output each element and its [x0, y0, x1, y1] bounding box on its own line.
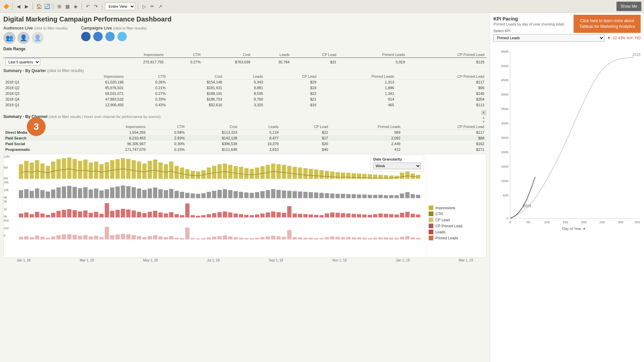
chart-svg	[18, 154, 426, 257]
campaign-dot-4[interactable]	[117, 32, 127, 41]
svg-rect-164	[72, 210, 77, 218]
channel-row[interactable]: Paid Social 96,305,967 0.30% $396,539 19…	[3, 141, 486, 147]
svg-rect-110	[185, 193, 190, 198]
svg-rect-225	[400, 213, 404, 218]
svg-rect-27	[142, 164, 147, 179]
redo-icon[interactable]: ↷	[93, 3, 99, 10]
svg-rect-85	[51, 189, 55, 198]
svg-rect-168	[94, 212, 98, 218]
kpi-select[interactable]: Primed Leads	[493, 34, 604, 42]
total-ctr: 0.27%	[166, 58, 203, 66]
svg-rect-140	[346, 194, 351, 198]
svg-rect-302	[411, 237, 415, 239]
qtr-primed-leads: 465	[318, 102, 396, 108]
home-icon[interactable]: 🏠	[36, 3, 42, 10]
svg-rect-206	[298, 214, 302, 218]
col-date-range	[3, 52, 103, 58]
svg-rect-14	[72, 159, 77, 179]
channel-row[interactable]: Programmatic 171,747,070 0.15% $111,649 …	[3, 147, 486, 153]
undo-icon[interactable]: ↶	[85, 3, 91, 10]
qtr-ctr: 0.27%	[126, 91, 168, 97]
granularity-select[interactable]: Week	[373, 163, 421, 169]
svg-rect-50	[266, 165, 270, 179]
qtr-impressions: 47,883,532	[56, 97, 125, 102]
present-icon[interactable]: ▷	[141, 3, 148, 10]
filter-icon[interactable]: ▦	[64, 3, 71, 10]
svg-rect-202	[276, 212, 281, 218]
highlight-icon[interactable]: ◈	[72, 3, 79, 10]
quarterly-row[interactable]: 2018 Q2 85,976,501 0.21% $181,931 9,881 …	[3, 85, 486, 91]
qtr-cost: $52,616	[168, 102, 224, 108]
channel-leads: 8,477	[239, 135, 280, 141]
svg-rect-237	[62, 234, 66, 239]
date-range-select[interactable]: Last 5 quarters	[5, 59, 40, 65]
qtr-ctr-header: CTR	[126, 74, 168, 79]
show-me-button[interactable]: Show Me	[616, 2, 641, 11]
svg-rect-213	[335, 213, 340, 218]
quarterly-row[interactable]: 2018 Q3 68,031,071 0.27% $188,191 8,535 …	[3, 91, 486, 97]
audience-icon-2[interactable]: 👤	[32, 32, 44, 44]
close-channel-btn[interactable]: ×	[481, 110, 486, 115]
audience-icon-1[interactable]: 👤	[17, 32, 30, 44]
qtr-impressions: 85,976,501	[56, 85, 125, 91]
quarterly-row[interactable]: 2019 Q1 12,906,455 0.43% $52,616 3,325 $…	[3, 102, 486, 108]
svg-rect-269	[233, 237, 238, 239]
svg-rect-278	[282, 237, 286, 239]
svg-rect-293	[362, 238, 367, 239]
svg-rect-16	[83, 160, 88, 179]
svg-text:50: 50	[527, 220, 531, 224]
svg-rect-54	[287, 166, 291, 179]
svg-rect-103	[148, 188, 152, 198]
svg-rect-125	[266, 190, 270, 198]
channel-row[interactable]: Direct Media 1,554,265 0.58% $113,323 5,…	[3, 130, 486, 135]
svg-rect-45	[239, 167, 243, 179]
svg-rect-232	[35, 235, 39, 239]
qtr-cp-lead: $22	[265, 91, 318, 97]
qtr-cost: $181,931	[168, 85, 224, 91]
view-icon[interactable]: ⊞	[56, 3, 63, 10]
scroll-up-icon[interactable]: ▲	[482, 116, 485, 119]
channel-name: Programmatic	[3, 147, 81, 153]
svg-rect-220	[373, 214, 377, 218]
svg-rect-193	[228, 213, 232, 218]
campaign-dots[interactable]	[81, 32, 147, 41]
campaign-dot-3[interactable]	[105, 32, 115, 41]
svg-rect-154	[19, 214, 23, 218]
legend-color-primed	[429, 236, 433, 240]
qtr-leads: 9,881	[224, 85, 265, 91]
view-dropdown[interactable]: Entire View	[105, 3, 135, 10]
svg-rect-166	[83, 210, 88, 218]
svg-text:Day of Year ➜: Day of Year ➜	[562, 227, 585, 231]
y-leads-mid: 1k	[4, 207, 17, 211]
channel-row[interactable]: Paid Search 6,210,453 2.93% $142,128 8,4…	[3, 135, 486, 141]
forward-icon[interactable]: ▶	[23, 3, 30, 10]
kpi-yoy-badge: ▼ -12 43% YoY, YtD	[607, 36, 641, 40]
svg-rect-191	[217, 212, 222, 218]
svg-rect-32	[169, 162, 173, 179]
annotate-icon[interactable]: ✏	[149, 3, 156, 10]
share-icon[interactable]: ↗	[157, 3, 164, 10]
svg-rect-295	[373, 238, 377, 239]
svg-text:0: 0	[506, 216, 508, 220]
quarterly-row[interactable]: 2018 Q1 61,020,196 0.26% $154,148 5,343 …	[3, 79, 486, 85]
legend-color-cplead	[429, 218, 433, 222]
back-icon[interactable]: ◀	[15, 3, 22, 10]
y-leads-top: 3k	[4, 200, 17, 203]
audience-icon-group[interactable]: 👥	[3, 32, 15, 44]
campaign-dot-2[interactable]	[93, 32, 103, 41]
legend-label-impressions: Impressions	[435, 206, 455, 210]
svg-rect-174	[126, 209, 130, 218]
scroll-down-icon[interactable]: ▼	[482, 120, 485, 123]
quarterly-row[interactable]: 2018 Q4 47,883,532 0.33% $186,753 8,700 …	[3, 97, 486, 102]
cta-button[interactable]: Click here to learn more about Tableau f…	[574, 15, 641, 33]
svg-rect-139	[341, 194, 345, 198]
svg-text:5000: 5000	[501, 64, 509, 68]
refresh-icon[interactable]: 🔄	[44, 3, 50, 10]
svg-rect-236	[56, 235, 61, 239]
svg-rect-100	[131, 187, 136, 198]
audience-icons[interactable]: 👥 👤 👤	[3, 32, 68, 44]
campaign-dot-1[interactable]	[81, 32, 91, 41]
x-nov18: Nov 1, 18	[332, 258, 347, 262]
svg-rect-59	[314, 170, 318, 179]
svg-rect-31	[164, 164, 168, 179]
